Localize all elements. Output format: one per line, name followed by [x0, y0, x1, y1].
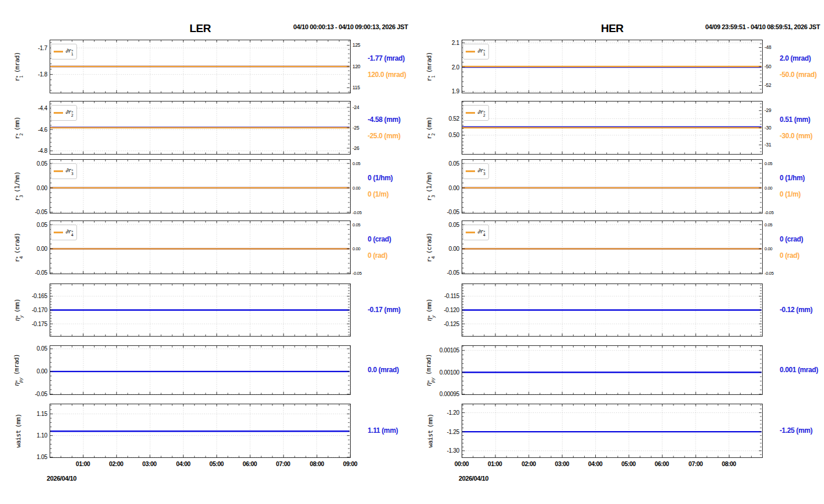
plot-her-r3: 0.050.00-0.050.050.00-0.05r*3(1/hm)∂r*30…: [412, 159, 824, 214]
svg-text:-0.115: -0.115: [444, 293, 460, 299]
legend-label: ∂r*2: [65, 108, 74, 117]
x-tick-label: 07:00: [681, 460, 710, 467]
legend-line-sample: [54, 232, 63, 233]
x-axis-date-her: 2026/04/10: [459, 475, 488, 482]
svg-text:-0.05: -0.05: [447, 209, 460, 215]
svg-text:0.00: 0.00: [764, 246, 773, 251]
svg-text:-1.8: -1.8: [38, 71, 48, 78]
svg-text:-0.170: -0.170: [32, 307, 47, 313]
legend-line-sample: [466, 51, 475, 52]
svg-text:0.05: 0.05: [352, 222, 361, 228]
svg-text:0.05: 0.05: [764, 161, 773, 166]
plot-canvas: 1.151.101.05: [0, 404, 412, 458]
value-readout-r1-blue: -1.77 (mrad): [368, 54, 412, 62]
time-range-label-her: 04/09 23:59:51 - 04/10 08:59:51, 2026 JS…: [706, 23, 820, 30]
optics-trend-page: LER 04/10 00:00:13 - 04/10 09:00:13, 202…: [0, 0, 824, 504]
svg-text:0.05: 0.05: [352, 161, 361, 166]
value-readout-r2-blue: -4.58 (mm): [368, 116, 412, 124]
svg-text:115: 115: [352, 85, 360, 90]
legend-r3: ∂r*3: [463, 163, 489, 179]
plot-ler-r2: -4.4-4.6-4.8-24-25-26r*2(mm)∂r*2-4.58 (m…: [0, 101, 412, 155]
x-tick-label: 08:00: [714, 460, 743, 467]
svg-text:-25: -25: [352, 125, 359, 131]
svg-text:-4.4: -4.4: [38, 105, 48, 111]
value-readout-r2-orange: -25.0 (mm): [368, 132, 412, 140]
svg-text:-31: -31: [764, 142, 771, 148]
svg-text:1.05: 1.05: [37, 454, 48, 460]
x-tick-label: 06:00: [235, 460, 264, 467]
svg-text:0.05: 0.05: [449, 222, 460, 228]
x-tick-label: 03:00: [135, 460, 164, 467]
svg-text:0.00100: 0.00100: [439, 369, 460, 376]
legend-line-sample: [54, 51, 63, 52]
svg-text:0.00: 0.00: [37, 368, 48, 374]
x-tick-label: 04:00: [581, 460, 610, 467]
value-readout-eta-y-blue: -0.17 (mm): [368, 306, 412, 314]
legend-r2: ∂r*2: [463, 105, 489, 121]
legend-label: ∂r*4: [65, 228, 74, 237]
svg-text:0.50: 0.50: [449, 132, 460, 138]
svg-text:0.00095: 0.00095: [439, 391, 460, 397]
x-tick-label: 05:00: [202, 460, 231, 467]
svg-text:0.00: 0.00: [449, 185, 460, 191]
legend-r3: ∂r*3: [51, 163, 77, 179]
x-tick-label: 01:00: [68, 460, 97, 467]
value-readout-r3-blue: 0 (1/hm): [780, 174, 824, 182]
x-tick-label: 01:00: [480, 460, 509, 467]
plot-her-eta-py: 0.001050.001000.00095η*py(mrad)0.001 (mr…: [412, 345, 824, 395]
value-readout-eta-py-blue: 0.0 (mrad): [368, 366, 412, 374]
svg-text:0.00: 0.00: [37, 246, 48, 252]
svg-text:120: 120: [352, 64, 361, 69]
x-axis-date-ler: 2026/04/10: [47, 475, 76, 482]
plot-her-eta-y: -0.115-0.120-0.125η*y(mm)-0.12 (mm): [412, 284, 824, 337]
svg-text:0.05: 0.05: [449, 160, 460, 167]
svg-text:2.0: 2.0: [452, 64, 460, 71]
plot-her-r4: 0.050.00-0.050.050.00-0.05r*4(crad)∂r*40…: [412, 220, 824, 274]
svg-text:0.05: 0.05: [37, 222, 48, 228]
x-tick-label: 04:00: [169, 460, 198, 467]
legend-label: ∂r*1: [477, 47, 486, 56]
svg-text:0.52: 0.52: [449, 116, 460, 122]
svg-text:-0.05: -0.05: [35, 209, 48, 215]
legend-r1: ∂r*1: [463, 44, 489, 60]
value-readout-r3-orange: 0 (1/m): [368, 190, 412, 198]
svg-text:-4.6: -4.6: [38, 127, 48, 133]
svg-text:-0.120: -0.120: [444, 307, 459, 313]
plot-ler-r3: 0.050.00-0.050.050.00-0.05r*3(1/hm)∂r*30…: [0, 159, 412, 214]
legend-r4: ∂r*4: [463, 225, 489, 240]
svg-text:-0.05: -0.05: [764, 271, 774, 276]
plot-ler-eta-y: -0.165-0.170-0.175η*y(mm)-0.17 (mm): [0, 284, 412, 337]
plot-her-waist: -1.20-1.25-1.30waist(mm)-1.25 (mm): [412, 404, 824, 458]
svg-text:-0.165: -0.165: [32, 293, 47, 299]
svg-text:-0.05: -0.05: [35, 270, 48, 276]
value-readout-r2-blue: 0.51 (mm): [780, 116, 824, 124]
svg-text:-4.8: -4.8: [38, 148, 48, 154]
value-readout-r1-orange: 120.0 (mrad): [368, 71, 412, 79]
value-readout-r2-orange: -30.0 (mm): [780, 132, 824, 140]
x-tick-label: 00:00: [447, 460, 476, 467]
svg-text:-0.05: -0.05: [447, 270, 460, 276]
value-readout-waist-blue: 1.11 (mm): [368, 426, 412, 435]
svg-text:-1.30: -1.30: [447, 447, 460, 454]
value-readout-eta-py-blue: 0.001 (mrad): [780, 366, 824, 374]
value-readout-r4-blue: 0 (crad): [780, 235, 824, 243]
legend-r4: ∂r*4: [51, 225, 77, 240]
value-readout-r1-orange: -50.0 (mrad): [780, 71, 824, 79]
svg-text:-0.05: -0.05: [352, 210, 362, 215]
svg-text:0.00105: 0.00105: [439, 347, 460, 354]
svg-text:-50: -50: [764, 64, 771, 69]
svg-text:-0.175: -0.175: [32, 321, 47, 327]
value-readout-r3-orange: 0 (1/m): [780, 190, 824, 198]
x-tick-label: 09:00: [336, 460, 365, 467]
legend-label: ∂r*3: [65, 167, 74, 176]
value-readout-r4-orange: 0 (rad): [368, 251, 412, 260]
plot-canvas: 0.050.00-0.05: [0, 345, 412, 395]
svg-text:1.15: 1.15: [37, 411, 48, 417]
plot-ler-waist: 1.151.101.05waist(mm)1.11 (mm): [0, 404, 412, 458]
legend-line-sample: [54, 112, 63, 114]
value-readout-r4-orange: 0 (rad): [780, 251, 824, 260]
plot-her-r1: 2.12.01.9-48-50-52r*1(mrad)∂r*12.0 (mrad…: [412, 40, 824, 93]
svg-text:0.00: 0.00: [449, 246, 460, 252]
value-readout-waist-blue: -1.25 (mm): [780, 426, 824, 435]
x-tick-label: 05:00: [614, 460, 643, 467]
